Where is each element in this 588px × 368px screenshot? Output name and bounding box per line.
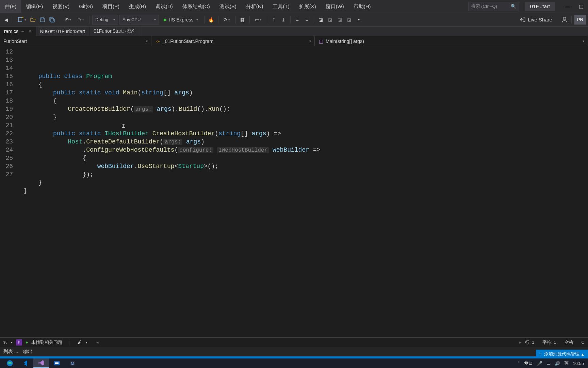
redo-icon[interactable]: ↷▾ — [75, 16, 86, 24]
toolbar-overflow-icon[interactable]: ▾ — [355, 16, 363, 24]
menu-item[interactable]: 分析(N) — [241, 0, 268, 13]
undo-icon[interactable]: ↶▾ — [62, 16, 74, 24]
share-icon — [520, 17, 526, 23]
save-all-icon[interactable] — [48, 16, 56, 24]
line-gutter: 12131415161718192021222324252627 — [0, 46, 16, 337]
pr-badge[interactable]: PR — [574, 15, 586, 25]
text-cursor-icon: ⌶ — [122, 122, 126, 130]
bookmark-next-icon[interactable]: ◪ — [336, 16, 344, 24]
solution-name[interactable]: 01F...tart — [525, 2, 555, 11]
refresh-icon[interactable]: ⟳▾ — [221, 16, 233, 24]
pin-icon[interactable]: ⊣ — [21, 29, 24, 34]
code-editor[interactable]: 12131415161718192021222324252627 ⌶ publi… — [0, 46, 588, 337]
play-icon: ▶ — [164, 17, 167, 22]
menu-items: 件(F)编辑(E)视图(V)Git(G)项目(P)生成(B)调试(D)体系结构(… — [0, 0, 376, 13]
status-encoding[interactable]: C — [582, 340, 585, 345]
tray-ime[interactable]: 英 — [564, 360, 569, 366]
tool-icon-2[interactable]: ▭▾ — [252, 16, 264, 24]
maximize-button[interactable]: ▢ — [574, 0, 588, 13]
menu-item[interactable]: 扩展(X) — [294, 0, 321, 13]
tray-time[interactable]: 16:55 — [573, 361, 584, 366]
close-icon[interactable]: × — [29, 29, 31, 34]
minimize-button[interactable]: — — [561, 0, 574, 13]
zoom-arrow-icon[interactable]: ▾ — [11, 340, 13, 344]
search-box[interactable]: 搜索 (Ctrl+Q) 🔍 — [468, 2, 519, 11]
outdent-icon[interactable]: ≡ — [293, 16, 301, 24]
taskbar-visualstudio[interactable] — [33, 358, 49, 368]
brush-icon[interactable]: 🖌 — [76, 339, 82, 346]
document-tabs: ram.cs⊣×NuGet: 01FurionStart01FurionStar… — [0, 27, 588, 36]
save-icon[interactable] — [38, 16, 47, 24]
document-tab[interactable]: NuGet: 01FurionStart — [36, 27, 89, 36]
search-placeholder: 搜索 (Ctrl+Q) — [471, 3, 497, 10]
menu-item[interactable]: 视图(V) — [48, 0, 74, 13]
editor-status-strip: % ▾ ⚕ ● 未找到相关问题 🖌 ▾ ◂ ▸ 行: 1 字符: 1 空格 C — [0, 337, 588, 347]
brush-arrow-icon[interactable]: ▾ — [86, 340, 87, 344]
tray-chevron-icon[interactable]: ˄ — [518, 361, 520, 366]
upload-icon: ↑ — [540, 352, 542, 357]
document-tab[interactable]: 01FurionStart: 概述 — [89, 27, 139, 36]
search-icon: 🔍 — [511, 4, 516, 9]
context-method[interactable]: ◫ Main(string[] args)▾ — [315, 36, 588, 46]
indent-icon[interactable]: ≡ — [303, 16, 311, 24]
tab-output[interactable]: 输出 — [23, 349, 33, 355]
tray-mic-icon[interactable]: 🎤 — [537, 361, 542, 366]
source-control-button[interactable]: ↑ 添加到源代码管理 ▴ — [536, 350, 588, 358]
menu-item[interactable]: 工具(T) — [268, 0, 294, 13]
bookmark-icon[interactable]: ◪ — [317, 16, 325, 24]
taskbar-vscode[interactable] — [18, 358, 33, 368]
live-share-button[interactable]: Live Share — [520, 17, 552, 23]
context-class[interactable]: 🝰 _01FurionStart.Program▾ — [151, 36, 315, 46]
windows-taskbar: M ˄ �널 🎤 ▭ 🔊 英 16:55 — [0, 358, 588, 368]
code-area[interactable]: ⌶ public class Program { public static v… — [16, 46, 588, 337]
status-char[interactable]: 字符: 1 — [542, 339, 556, 346]
menu-item[interactable]: 窗口(W) — [321, 0, 349, 13]
system-tray: ˄ �널 🎤 ▭ 🔊 英 16:55 — [518, 360, 586, 366]
platform-dropdown[interactable]: Any CPU▾ — [119, 15, 159, 25]
context-bar: FurionStart▾ 🝰 _01FurionStart.Program▾ ◫… — [0, 36, 588, 46]
status-spaces[interactable]: 空格 — [565, 339, 573, 346]
method-icon: ◫ — [318, 39, 324, 44]
issues-ok-icon: ● — [26, 340, 28, 345]
tray-volume-icon[interactable]: 🔊 — [555, 361, 560, 366]
config-dropdown[interactable]: Debug▾ — [92, 15, 118, 25]
taskbar-app-1[interactable] — [49, 358, 65, 368]
tool-icon-1[interactable]: ▦ — [239, 16, 247, 24]
tab-error-list[interactable]: 列表 ... — [3, 349, 18, 355]
svg-rect-0 — [18, 17, 22, 21]
menu-item[interactable]: 生成(B) — [124, 0, 151, 13]
menu-item[interactable]: 调试(D) — [151, 0, 178, 13]
bookmark-prev-icon[interactable]: ◪ — [326, 16, 334, 24]
step-out-icon[interactable]: ⤒ — [270, 16, 278, 24]
taskbar-edge[interactable] — [2, 358, 18, 368]
context-project[interactable]: FurionStart▾ — [0, 36, 151, 46]
svg-rect-4 — [55, 363, 59, 364]
scroll-left-icon[interactable]: ◂ — [96, 340, 99, 345]
menu-item[interactable]: Git(G) — [74, 0, 98, 13]
menu-item[interactable]: 项目(P) — [98, 0, 124, 13]
health-icon[interactable]: ⚕ — [16, 339, 22, 346]
output-tabs: 列表 ... 输出 — [0, 347, 588, 356]
nav-back-icon[interactable]: ◀ — [2, 16, 10, 24]
zoom-percent[interactable]: % — [3, 340, 7, 345]
status-line[interactable]: 行: 1 — [525, 339, 534, 346]
hot-reload-icon[interactable]: 🔥 — [207, 16, 215, 24]
tray-wifi-icon[interactable]: �널 — [524, 360, 533, 366]
status-issues[interactable]: 未找到相关问题 — [31, 339, 62, 346]
user-icon[interactable] — [560, 16, 569, 24]
menu-item[interactable]: 编辑(E) — [21, 0, 48, 13]
step-in-icon[interactable]: ⤓ — [279, 16, 288, 24]
new-item-icon[interactable]: ▾ — [16, 16, 28, 24]
open-icon[interactable] — [29, 16, 37, 24]
menu-item[interactable]: 件(F) — [0, 0, 21, 13]
svg-point-1 — [563, 17, 566, 20]
menu-item[interactable]: 帮助(H) — [349, 0, 376, 13]
menu-item[interactable]: 体系结构(C) — [178, 0, 215, 13]
run-button[interactable]: ▶ IIS Express ▾ — [160, 15, 201, 25]
menu-item[interactable]: 测试(S) — [215, 0, 241, 13]
tray-battery-icon[interactable]: ▭ — [546, 361, 551, 366]
document-tab[interactable]: ram.cs⊣× — [0, 27, 36, 36]
bookmark-clear-icon[interactable]: ◪ — [345, 16, 354, 24]
taskbar-app-2[interactable]: M — [65, 358, 80, 368]
scroll-right-icon[interactable]: ▸ — [519, 340, 522, 345]
